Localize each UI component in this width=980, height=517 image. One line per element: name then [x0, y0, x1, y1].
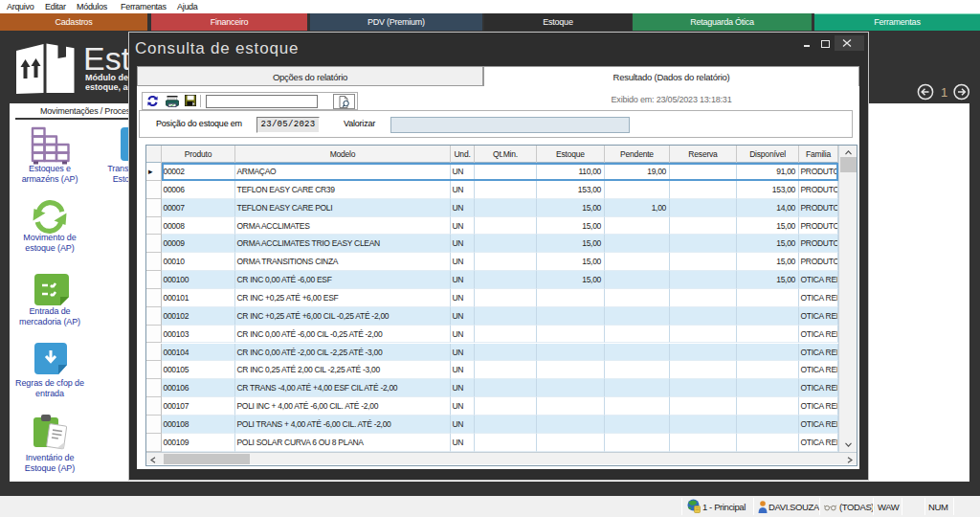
- svg-text:1: 1: [941, 85, 947, 100]
